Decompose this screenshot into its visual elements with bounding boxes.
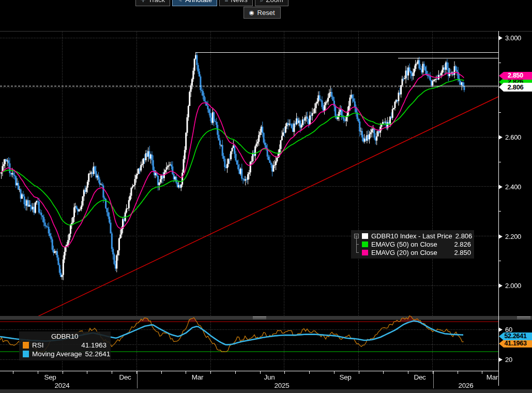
track-button[interactable]: ✛ Track	[135, 0, 170, 6]
last-price-tag: 2.806	[499, 83, 532, 92]
reset-label: Reset	[257, 9, 275, 17]
news-button[interactable]: ≡ News	[219, 0, 253, 6]
legend-row-rsi-ma: Moving Average 52.2641	[23, 350, 107, 358]
magnifier-icon: ⌕	[260, 0, 264, 3]
legend-row-last-price: − GDBR10 Index - Last Price 2.806	[354, 232, 471, 240]
panel-separator-handle[interactable]	[253, 316, 266, 319]
last-price-swatch	[362, 233, 368, 239]
track-label: Track	[148, 0, 165, 4]
legend-row-ema20: EMAVG (20) on Close 2.850	[354, 248, 471, 256]
ema50-swatch	[362, 241, 368, 247]
ema20-swatch	[362, 250, 368, 255]
month-label: Mar	[192, 373, 203, 381]
legend-label: Moving Average	[32, 350, 82, 358]
zoom-label: Zoom	[266, 0, 283, 4]
month-label: Jun	[264, 373, 275, 381]
tree-branch	[354, 248, 359, 256]
legend-row-rsi: RSI 41.1963	[23, 341, 107, 350]
price-label-2200: 2.200	[505, 233, 521, 240]
year-label-2026: 2026	[459, 382, 474, 389]
annotate-button[interactable]: ✎ Annotate	[172, 0, 217, 6]
rsi-ma-swatch	[23, 351, 29, 357]
year-label-2025: 2025	[275, 382, 290, 389]
legend-label: GDBR10 Index - Last Price	[371, 232, 452, 240]
legend-value: 52.2641	[85, 350, 111, 358]
chart-window: ✛ Track ✎ Annotate ≡ News ⌕ Zoom ◉ Reset…	[0, 0, 532, 393]
legend-value: 2.806	[455, 232, 473, 240]
main-legend[interactable]: − GDBR10 Index - Last Price 2.806 EMAVG …	[351, 230, 474, 259]
month-label: Sep	[339, 373, 351, 381]
panel-separator-handle[interactable]	[517, 316, 530, 319]
month-label: Sep	[44, 373, 56, 381]
rsi-legend[interactable]: GDBR10 RSI 41.1963 Moving Average 52.264…	[19, 331, 111, 360]
legend-row-ema50: EMAVG (50) on Close 2.826	[354, 240, 471, 248]
price-label-2000: 2.000	[505, 282, 521, 290]
rsi-legend-title: GDBR10	[23, 332, 107, 341]
price-label-3000: 3.000	[505, 34, 521, 42]
legend-label: EMAVG (50) on Close	[371, 240, 437, 248]
rsi-value-tag: 41.1963	[499, 340, 532, 347]
news-label: News	[231, 0, 248, 4]
toolbar: ✛ Track ✎ Annotate ≡ News ⌕ Zoom	[135, 0, 288, 6]
month-label: Mar	[487, 373, 498, 381]
rsi-ma-tag: 52.2641	[499, 332, 532, 340]
price-label-2400: 2.400	[505, 183, 521, 191]
legend-value: 2.850	[454, 249, 471, 256]
rsi-label-20: 20	[505, 356, 512, 364]
legend-value: 2.826	[454, 240, 471, 248]
rsi-label-60: 60	[505, 326, 512, 334]
crosshair-icon: ✛	[141, 0, 146, 3]
zoom-button[interactable]: ⌕ Zoom	[255, 0, 288, 6]
month-label: Dec	[414, 373, 425, 381]
menu-icon: ≡	[224, 0, 228, 3]
ema20-price-tag: 2.850	[499, 72, 532, 80]
annotate-label: Annotate	[185, 0, 212, 4]
rsi-swatch	[23, 342, 29, 349]
legend-label: RSI	[32, 341, 44, 349]
legend-value: 41.1963	[81, 341, 107, 349]
year-label-2024: 2024	[55, 382, 70, 389]
reset-icon: ◉	[249, 9, 254, 16]
legend-label: EMAVG (20) on Close	[371, 249, 437, 256]
reset-button[interactable]: ◉ Reset	[244, 7, 281, 19]
pencil-icon: ✎	[177, 0, 183, 3]
month-label: Dec	[119, 373, 131, 381]
price-label-2600: 2.600	[505, 133, 521, 141]
